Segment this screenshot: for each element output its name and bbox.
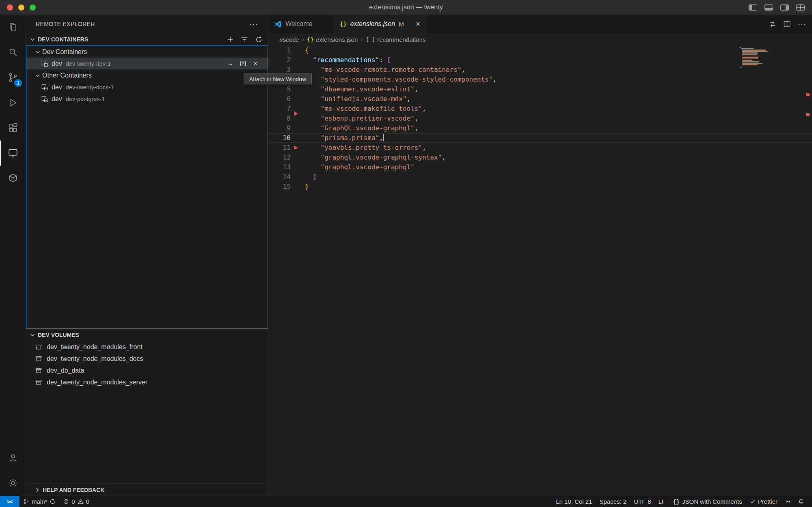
toggle-panel-icon[interactable]	[764, 4, 773, 11]
volume-item-dev_db_data[interactable]: dev_db_data	[26, 365, 268, 376]
remove-container-icon[interactable]: ×	[251, 60, 259, 68]
volume-icon	[35, 355, 42, 362]
remote-indicator[interactable]: ><	[0, 496, 19, 507]
source-control-icon[interactable]: 1	[0, 65, 26, 90]
settings-gear-icon[interactable]	[0, 470, 26, 496]
code-line-6[interactable]: 6 "unifiedjs.vscode-mdx",	[268, 94, 812, 104]
code-line-3[interactable]: 3 "ms-vscode-remote.remote-containers",	[268, 65, 812, 75]
eol-sequence[interactable]: LF	[655, 496, 669, 507]
line-number[interactable]: 2	[268, 55, 291, 65]
new-dev-container-icon[interactable]	[226, 35, 235, 44]
line-number[interactable]: 5	[268, 84, 291, 94]
code-text: "ms-vscode-remote.remote-containers",	[305, 65, 465, 75]
line-number[interactable]: 10	[268, 133, 291, 143]
code-line-15[interactable]: 15}	[268, 182, 812, 192]
volume-item-dev_twenty_node_modules_docs[interactable]: dev_twenty_node_modules_docs	[26, 353, 268, 365]
toggle-secondary-sidebar-icon[interactable]	[780, 4, 789, 11]
container-icon	[41, 84, 48, 91]
volume-item-dev_twenty_node_modules_server[interactable]: dev_twenty_node_modules_server	[26, 376, 268, 388]
code-lines: 1{2 "recommendations": [3 "ms-vscode-rem…	[268, 45, 812, 192]
container-item-dev-postgres-1[interactable]: devdev-postgres-1	[26, 93, 268, 105]
formatter-status[interactable]: Prettier	[746, 496, 781, 507]
language-mode[interactable]: {} JSON with Comments	[669, 496, 745, 507]
close-tab-icon[interactable]: ×	[416, 19, 420, 28]
code-line-8[interactable]: 8 "esbenp.prettier-vscode",	[268, 114, 812, 123]
code-line-7[interactable]: 7 "ms-vscode.makefile-tools",	[268, 104, 812, 114]
line-number[interactable]: 6	[268, 94, 291, 104]
line-number[interactable]: 7	[268, 104, 291, 114]
tab-extensions-json[interactable]: {} extensions.json M ×	[334, 15, 426, 33]
line-number[interactable]: 1	[268, 45, 291, 55]
line-number[interactable]: 15	[268, 182, 291, 192]
editor[interactable]: 1{2 "recommendations": [3 "ms-vscode-rem…	[268, 45, 812, 496]
attach-new-window-icon[interactable]	[239, 60, 247, 68]
extensions-icon[interactable]	[0, 115, 26, 140]
explorer-icon[interactable]	[0, 15, 26, 40]
line-number[interactable]: 11	[268, 143, 291, 153]
cursor-position[interactable]: Ln 10, Col 21	[552, 496, 596, 507]
breadcrumb-separator: ›	[302, 36, 304, 43]
section-dev-containers[interactable]: DEV CONTAINERS	[26, 33, 268, 45]
run-and-debug-icon[interactable]	[0, 90, 26, 115]
code-line-2[interactable]: 2 "recommendations": [	[268, 55, 812, 65]
minimap[interactable]	[740, 47, 769, 69]
line-number[interactable]: 13	[268, 162, 291, 172]
indentation[interactable]: Spaces: 2	[596, 496, 631, 507]
ruler-mark	[806, 93, 810, 96]
code-line-5[interactable]: 5 "dbaeumer.vscode-eslint",	[268, 84, 812, 94]
line-number[interactable]: 8	[268, 114, 291, 123]
branch-status[interactable]: main*	[19, 496, 59, 507]
overview-ruler[interactable]	[804, 45, 812, 496]
breadcrumb-folder[interactable]: .vscode	[278, 36, 299, 43]
more-actions-icon[interactable]: ···	[798, 20, 806, 28]
zoom-window-button[interactable]	[30, 4, 36, 11]
line-number[interactable]: 14	[268, 172, 291, 182]
code-line-13[interactable]: 13 "graphql.vscode-graphql"	[268, 162, 812, 172]
gutter	[291, 55, 305, 65]
search-icon[interactable]	[0, 40, 26, 65]
tree-group-dev-containers[interactable]: Dev Containers	[26, 46, 268, 58]
refresh-icon[interactable]	[254, 35, 263, 44]
split-editor-icon[interactable]	[783, 20, 791, 28]
compare-changes-icon[interactable]	[769, 20, 776, 28]
line-number[interactable]: 12	[268, 153, 291, 162]
breadcrumb-symbol[interactable]: [ ] recommendations	[366, 36, 426, 43]
chevron-down-icon	[35, 49, 41, 55]
filter-icon[interactable]	[240, 35, 249, 44]
section-dev-volumes[interactable]: DEV VOLUMES	[26, 329, 268, 341]
chevron-down-icon	[35, 72, 41, 79]
code-line-1[interactable]: 1{	[268, 45, 812, 55]
container-item-dev-twenty-docs-1[interactable]: devdev-twenty-docs-1	[26, 81, 268, 93]
feedback-icon[interactable]	[781, 496, 795, 507]
line-number[interactable]: 9	[268, 123, 291, 133]
close-window-button[interactable]	[7, 4, 13, 11]
volume-item-dev_twenty_node_modules_front[interactable]: dev_twenty_node_modules_front	[26, 341, 268, 353]
text-cursor	[383, 134, 384, 141]
section-help-and-feedback[interactable]: HELP AND FEEDBACK	[26, 483, 268, 496]
gutter	[291, 143, 305, 153]
code-line-9[interactable]: 9 "GraphQL.vscode-graphql",	[268, 123, 812, 133]
encoding[interactable]: UTF-8	[630, 496, 655, 507]
chevron-right-icon	[34, 487, 41, 493]
tree-group-other-containers[interactable]: Other Containers	[26, 69, 268, 81]
code-line-14[interactable]: 14 ]	[268, 172, 812, 182]
code-line-4[interactable]: 4 "styled-components.vscode-styled-compo…	[268, 75, 812, 84]
attach-shell-icon[interactable]: →	[226, 60, 234, 68]
problems-status[interactable]: 0 0	[59, 496, 93, 507]
code-line-11[interactable]: 11 "yoavbls.pretty-ts-errors",	[268, 143, 812, 153]
breadcrumb-file[interactable]: {} extensions.json	[307, 36, 358, 43]
code-line-10[interactable]: 10 "prisma.prisma",	[268, 133, 812, 143]
notifications-bell-icon[interactable]	[795, 496, 808, 507]
code-line-12[interactable]: 12 "graphql.vscode-graphql-syntax",	[268, 153, 812, 162]
sidebar-more-actions-icon[interactable]: ···	[249, 22, 258, 26]
container-item-dev-twenty-dev-1[interactable]: devdev-twenty-dev-1→×	[26, 58, 268, 69]
customize-layout-icon[interactable]	[796, 4, 805, 11]
toggle-primary-sidebar-icon[interactable]	[749, 4, 757, 11]
warnings-icon	[78, 498, 84, 505]
tab-welcome[interactable]: Welcome	[268, 15, 334, 33]
remote-explorer-icon[interactable]	[0, 140, 26, 166]
minimize-window-button[interactable]	[18, 4, 24, 11]
sidebar-remote-explorer: REMOTE EXPLORER ··· DEV CONTAINERS	[26, 15, 268, 496]
dev-containers-icon[interactable]	[0, 166, 26, 191]
accounts-icon[interactable]	[0, 445, 26, 470]
